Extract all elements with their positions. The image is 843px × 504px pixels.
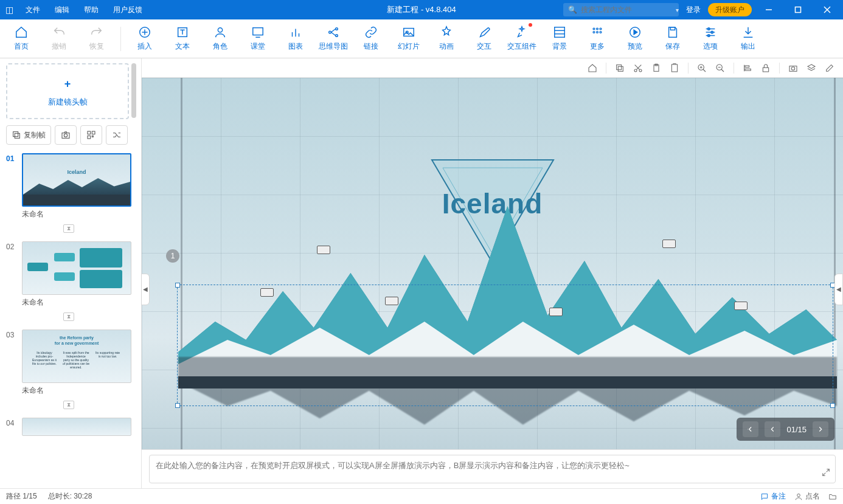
collapse-left-handle[interactable]: ◀ bbox=[141, 274, 150, 305]
ct-paste-icon[interactable] bbox=[649, 61, 664, 75]
menu-file[interactable]: 文件 bbox=[18, 0, 47, 19]
frame-index-badge: 1 bbox=[166, 249, 179, 263]
ribbon-class[interactable]: 课堂 bbox=[239, 19, 277, 58]
svg-point-43 bbox=[64, 134, 67, 137]
ribbon-role[interactable]: 角色 bbox=[201, 19, 239, 58]
svg-point-30 bbox=[597, 32, 598, 33]
ribbon-background[interactable]: 背景 bbox=[541, 19, 578, 58]
frame-marker[interactable] bbox=[662, 240, 676, 248]
chevron-down-icon[interactable]: ▾ bbox=[676, 7, 679, 13]
ribbon-anim[interactable]: 动画 bbox=[428, 19, 465, 58]
shuffle-button[interactable] bbox=[106, 125, 128, 145]
nav-counter: 01/15 bbox=[786, 425, 807, 434]
sidebar-scrollbar[interactable] bbox=[131, 63, 136, 118]
ribbon-save[interactable]: 保存 bbox=[654, 19, 692, 58]
ribbon-link[interactable]: 链接 bbox=[352, 19, 390, 58]
ribbon-option[interactable]: 选项 bbox=[692, 19, 729, 58]
search-input[interactable] bbox=[581, 5, 672, 14]
copy-frame-label: 复制帧 bbox=[24, 130, 46, 140]
status-remark-label: 备注 bbox=[771, 491, 786, 502]
ribbon-interact[interactable]: 交互 bbox=[465, 19, 503, 58]
slide-item-1[interactable]: 01 Iceland 未命名 ⧗ bbox=[6, 153, 131, 238]
ct-lock-icon[interactable] bbox=[758, 61, 773, 75]
new-frame-button[interactable]: + 新建镜头帧 bbox=[6, 63, 129, 119]
qr-button[interactable] bbox=[80, 125, 102, 145]
menu-help[interactable]: 帮助 bbox=[77, 0, 106, 19]
sliders-icon bbox=[704, 26, 717, 39]
ribbon-insert[interactable]: 插入 bbox=[126, 19, 164, 58]
collapse-right-handle[interactable]: ◀ bbox=[834, 274, 843, 305]
menu-edit[interactable]: 编辑 bbox=[47, 0, 77, 19]
camera-button[interactable] bbox=[55, 125, 77, 145]
ribbon-interact-component[interactable]: 交互组件 bbox=[503, 19, 541, 58]
ribbon-home[interactable]: 首页 bbox=[2, 19, 40, 58]
slide-item-4[interactable]: 04 bbox=[6, 418, 131, 436]
ct-layers-icon[interactable] bbox=[804, 61, 819, 75]
ct-zoom-in-icon[interactable] bbox=[695, 61, 709, 75]
plus-circle-icon bbox=[138, 26, 151, 39]
maximize-button[interactable] bbox=[786, 0, 810, 19]
slide-number: 01 bbox=[6, 153, 17, 163]
minimize-button[interactable] bbox=[757, 0, 781, 19]
slide-list[interactable]: 01 Iceland 未命名 ⧗ 02 未命名 ⧗ bbox=[6, 153, 135, 488]
ribbon-mindmap[interactable]: 思维导图 bbox=[314, 19, 352, 58]
frame-marker[interactable] bbox=[317, 246, 330, 254]
slide-thumbnail[interactable]: the Reform partyfor a new government Its… bbox=[22, 330, 131, 383]
ribbon-slide-label: 幻灯片 bbox=[398, 41, 420, 52]
ct-home-icon[interactable] bbox=[585, 61, 600, 75]
slide-timer-icon[interactable]: ⧗ bbox=[6, 309, 131, 326]
ribbon-class-label: 课堂 bbox=[251, 41, 265, 52]
notes-panel bbox=[142, 449, 843, 488]
sparkle-icon bbox=[515, 26, 529, 39]
status-folder-button[interactable] bbox=[828, 492, 837, 501]
ribbon-bg-label: 背景 bbox=[552, 41, 567, 52]
search-box[interactable]: 🔍 ▾ bbox=[563, 3, 679, 16]
slide-thumbnail[interactable] bbox=[22, 241, 131, 295]
canvas-stage[interactable]: 1 Iceland bbox=[142, 78, 843, 449]
ct-cut-icon[interactable] bbox=[631, 61, 645, 75]
ribbon-text[interactable]: 文本 bbox=[164, 19, 201, 58]
ct-align-icon[interactable] bbox=[740, 61, 755, 75]
slide-item-2[interactable]: 02 未命名 ⧗ bbox=[6, 241, 131, 326]
ct-clipboard-icon[interactable] bbox=[667, 61, 682, 75]
ct-snapshot-icon[interactable] bbox=[786, 61, 800, 75]
ribbon-more[interactable]: 更多 bbox=[578, 19, 616, 58]
notes-expand-button[interactable] bbox=[821, 468, 831, 480]
close-button[interactable] bbox=[815, 0, 839, 19]
ribbon-redo[interactable]: 恢复 bbox=[78, 19, 116, 58]
animation-icon bbox=[440, 26, 453, 39]
nav-prev-button[interactable] bbox=[765, 421, 780, 437]
ct-edit-icon[interactable] bbox=[822, 61, 837, 75]
ribbon-slide[interactable]: 幻灯片 bbox=[390, 19, 428, 58]
ct-zoom-out-icon[interactable] bbox=[713, 61, 727, 75]
status-rollcall-button[interactable]: 点名 bbox=[794, 491, 820, 502]
slide-timer-icon[interactable]: ⧗ bbox=[6, 397, 131, 414]
ct-copy-icon[interactable] bbox=[612, 61, 627, 75]
svg-rect-48 bbox=[618, 66, 623, 71]
login-link[interactable]: 登录 bbox=[684, 5, 703, 15]
nav-back-button[interactable] bbox=[743, 421, 758, 437]
notes-textarea[interactable] bbox=[149, 455, 836, 483]
ribbon-preview[interactable]: 预览 bbox=[616, 19, 654, 58]
main-area: + 新建镜头帧 复制帧 01 Iceland 未命名 ⧗ 02 bbox=[0, 58, 843, 488]
svg-rect-65 bbox=[745, 66, 749, 67]
slide-timer-icon[interactable]: ⧗ bbox=[6, 221, 131, 238]
slide-thumbnail[interactable] bbox=[22, 418, 131, 436]
ribbon-undo[interactable]: 撤销 bbox=[40, 19, 78, 58]
ribbon-export[interactable]: 输出 bbox=[729, 19, 767, 58]
ribbon-undo-label: 撤销 bbox=[52, 41, 66, 52]
slide-item-3[interactable]: 03 the Reform partyfor a new government … bbox=[6, 330, 131, 414]
upgrade-button[interactable]: 升级账户 bbox=[708, 3, 752, 16]
nav-next-button[interactable] bbox=[813, 421, 828, 437]
svg-rect-23 bbox=[555, 27, 565, 38]
ribbon-chart[interactable]: 图表 bbox=[277, 19, 314, 58]
slide-number: 04 bbox=[6, 418, 17, 427]
menu-feedback[interactable]: 用户反馈 bbox=[106, 0, 150, 19]
slide-thumbnail[interactable]: Iceland bbox=[22, 153, 131, 207]
main-menu: 文件 编辑 帮助 用户反馈 bbox=[18, 0, 150, 19]
copy-frame-button[interactable]: 复制帧 bbox=[6, 125, 51, 145]
status-remark-button[interactable]: 备注 bbox=[760, 491, 786, 502]
ribbon-mindmap-label: 思维导图 bbox=[319, 41, 348, 52]
svg-line-60 bbox=[703, 69, 706, 72]
selection-box[interactable] bbox=[177, 285, 833, 406]
